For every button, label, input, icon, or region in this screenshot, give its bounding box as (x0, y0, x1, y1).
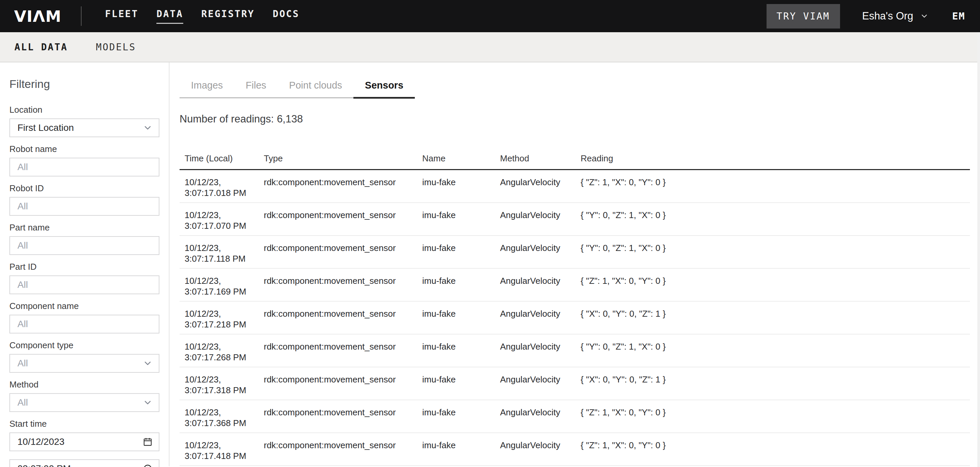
chevron-down-icon (143, 397, 153, 408)
table-row: 10/12/23,3:07:17.318 PMrdk:component:mov… (180, 367, 970, 400)
location-value: First Location (18, 122, 74, 133)
viam-logo[interactable]: VIΛM (14, 7, 61, 25)
filter-label-part-name: Part name (10, 222, 159, 233)
avatar[interactable]: EM (952, 10, 965, 22)
clock-icon (143, 464, 153, 467)
nav-link-registry[interactable]: REGISTRY (201, 8, 255, 24)
cell-time-clock: 3:07:17.418 PM (185, 451, 259, 461)
nav-link-docs[interactable]: DOCS (273, 8, 299, 24)
filter-field-component-type: Component typeAll (10, 340, 159, 373)
table-row: 10/12/23,3:07:17.368 PMrdk:component:mov… (180, 400, 970, 433)
chevron-down-icon (920, 12, 929, 21)
cell-type: rdk:component:movement_sensor (259, 170, 417, 202)
nav-right-group: TRY VIAM Esha's Org EM (767, 4, 965, 29)
filter-field-part-id: Part ID (10, 262, 159, 294)
cell-method: AngularVelocity (495, 170, 576, 202)
part-id-input[interactable] (10, 275, 159, 294)
org-switcher[interactable]: Esha's Org (862, 10, 929, 22)
filter-label-start-time: Start time (10, 419, 159, 429)
cell-time-date: 10/12/23, (185, 210, 259, 221)
column-header-method: Method (495, 153, 576, 169)
component-type-select[interactable]: All (10, 354, 159, 373)
cell-type: rdk:component:movement_sensor (259, 236, 417, 268)
sensor-readings-table: Time (Local)TypeNameMethodReading 10/12/… (180, 153, 970, 466)
filter-label-robot-id: Robot ID (10, 183, 159, 194)
try-viam-button[interactable]: TRY VIAM (767, 4, 840, 29)
filter-field-method: MethodAll (10, 380, 159, 412)
cell-time-date: 10/12/23, (185, 275, 259, 286)
cell-time-clock: 3:07:17.118 PM (185, 253, 259, 264)
tab-images[interactable]: Images (180, 80, 234, 98)
start-time-date[interactable]: 10/12/2023 (10, 432, 159, 451)
table-row: 10/12/23,3:07:17.418 PMrdk:component:mov… (180, 433, 970, 466)
cell-reading: { "Y": 0, "Z": 1, "X": 0 } (576, 203, 970, 235)
component-type-value: All (18, 358, 28, 369)
cell-name: imu-fake (417, 302, 495, 334)
subnav-tab-models[interactable]: MODELS (96, 41, 136, 53)
cell-name: imu-fake (417, 367, 495, 400)
cell-method: AngularVelocity (495, 433, 576, 465)
column-header-time-local: Time (Local) (180, 153, 259, 169)
cell-time: 10/12/23,3:07:17.169 PM (180, 269, 259, 301)
cell-time-date: 10/12/23, (185, 308, 259, 319)
tab-point-clouds[interactable]: Point clouds (278, 80, 353, 98)
nav-link-data[interactable]: DATA (156, 8, 183, 24)
filter-field-location: LocationFirst Location (10, 105, 159, 137)
cell-reading: { "Z": 1, "X": 0, "Y": 0 } (576, 433, 970, 465)
cell-time: 10/12/23,3:07:17.368 PM (180, 400, 259, 432)
tab-sensors[interactable]: Sensors (353, 80, 415, 98)
cell-reading: { "Z": 1, "X": 0, "Y": 0 } (576, 400, 970, 432)
filter-label-part-id: Part ID (10, 262, 159, 272)
filter-field-component-name: Component name (10, 301, 159, 334)
readings-label: Number of readings: (180, 113, 274, 125)
filter-label-location: Location (10, 105, 159, 115)
readings-summary: Number of readings:6,138 (180, 113, 970, 125)
cell-time: 10/12/23,3:07:17.418 PM (180, 433, 259, 465)
filter-label-component-name: Component name (10, 301, 159, 311)
cell-time-date: 10/12/23, (185, 440, 259, 451)
component-name-input[interactable] (10, 315, 159, 334)
table-row: 10/12/23,3:07:17.268 PMrdk:component:mov… (180, 335, 970, 367)
cell-name: imu-fake (417, 203, 495, 235)
table-body: 10/12/23,3:07:17.018 PMrdk:component:mov… (180, 170, 970, 466)
cell-name: imu-fake (417, 400, 495, 432)
cell-name: imu-fake (417, 170, 495, 202)
method-select[interactable]: All (10, 393, 159, 412)
readings-count: 6,138 (277, 113, 303, 125)
filter-field-start-time: Start time10/12/202303:07:00 PM (10, 419, 159, 467)
calendar-icon (143, 437, 153, 447)
filter-label-component-type: Component type (10, 340, 159, 351)
tab-files[interactable]: Files (234, 80, 278, 98)
location-select[interactable]: First Location (10, 118, 159, 137)
cell-type: rdk:component:movement_sensor (259, 203, 417, 235)
cell-reading: { "Z": 1, "X": 0, "Y": 0 } (576, 170, 970, 202)
cell-name: imu-fake (417, 335, 495, 367)
cell-time-clock: 3:07:17.070 PM (185, 221, 259, 231)
column-header-name: Name (417, 153, 495, 169)
robot-id-input[interactable] (10, 197, 159, 216)
cell-method: AngularVelocity (495, 203, 576, 235)
subnav-tab-all-data[interactable]: ALL DATA (14, 41, 68, 53)
cell-method: AngularVelocity (495, 269, 576, 301)
part-name-input[interactable] (10, 236, 159, 255)
cell-time: 10/12/23,3:07:17.218 PM (180, 302, 259, 334)
filter-field-robot-id: Robot ID (10, 183, 159, 216)
cell-time-clock: 3:07:17.268 PM (185, 352, 259, 363)
cell-time: 10/12/23,3:07:17.018 PM (180, 170, 259, 202)
start-time-time[interactable]: 03:07:00 PM (10, 459, 159, 467)
cell-time-clock: 3:07:17.368 PM (185, 418, 259, 429)
cell-time-clock: 3:07:17.169 PM (185, 286, 259, 297)
nav-link-fleet[interactable]: FLEET (105, 8, 138, 24)
table-row: 10/12/23,3:07:17.070 PMrdk:component:mov… (180, 203, 970, 236)
cell-type: rdk:component:movement_sensor (259, 269, 417, 301)
cell-method: AngularVelocity (495, 302, 576, 334)
cell-time-date: 10/12/23, (185, 341, 259, 352)
primary-nav-links: FLEETDATAREGISTRYDOCS (105, 8, 299, 24)
cell-type: rdk:component:movement_sensor (259, 302, 417, 334)
robot-name-input[interactable] (10, 158, 159, 176)
cell-type: rdk:component:movement_sensor (259, 335, 417, 367)
cell-reading: { "Y": 0, "Z": 1, "X": 0 } (576, 236, 970, 268)
page-layout: Filtering LocationFirst LocationRobot na… (0, 62, 980, 466)
page-scrollbar[interactable] (977, 32, 980, 467)
cell-time: 10/12/23,3:07:17.070 PM (180, 203, 259, 235)
